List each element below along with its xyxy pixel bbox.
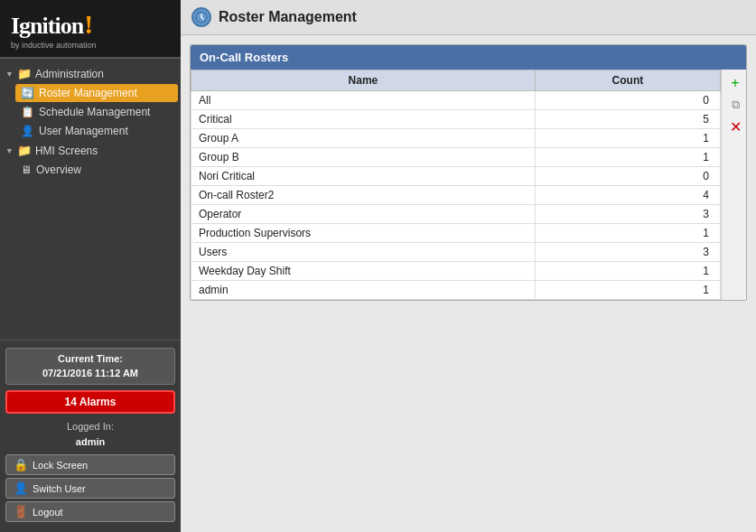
current-time-label: Current Time:: [12, 352, 169, 366]
roster-count-cell: 5: [535, 110, 720, 129]
roster-name-cell: All: [191, 91, 536, 110]
roster-name-cell: admin: [191, 281, 536, 300]
roster-name-cell: On-call Roster2: [191, 186, 536, 205]
logout-label: Logout: [33, 507, 63, 518]
sidebar-section-administration-label: Administration: [35, 68, 104, 80]
sidebar-item-overview[interactable]: 🖥 Overview: [15, 161, 178, 179]
table-row[interactable]: Weekday Day Shift1: [191, 262, 721, 281]
page-header: Roster Management: [181, 0, 756, 35]
roster-count-cell: 4: [535, 186, 720, 205]
bottom-panel: Current Time: 07/21/2016 11:12 AM 14 Ala…: [0, 340, 181, 532]
logo-subtitle: by inductive automation: [11, 41, 170, 50]
table-row[interactable]: Operator3: [191, 205, 721, 224]
switch-user-button[interactable]: 👤 Switch User: [5, 478, 175, 499]
page-title: Roster Management: [219, 9, 357, 25]
table-row[interactable]: On-call Roster24: [191, 186, 721, 205]
roster-count-cell: 1: [535, 224, 720, 243]
roster-name-cell: Nori Critical: [191, 167, 536, 186]
nav-tree: ▼ 📁 Administration 🔄 Roster Management 📋…: [0, 59, 181, 340]
sidebar: Ignition ! by inductive automation ▼ 📁 A…: [0, 0, 181, 532]
roster-count-cell: 1: [535, 281, 720, 300]
sidebar-item-overview-label: Overview: [36, 163, 81, 176]
roster-count-cell: 3: [535, 205, 720, 224]
logged-in-label: Logged In:: [67, 421, 114, 432]
table-header-name: Name: [191, 70, 536, 91]
delete-roster-button[interactable]: ✕: [725, 117, 745, 136]
roster-name-cell: Operator: [191, 205, 536, 224]
roster-icon: 🔄: [21, 87, 34, 99]
table-header-row: Name Count: [191, 70, 721, 91]
table-row[interactable]: Group B1: [191, 148, 721, 167]
current-time-value: 07/21/2016 11:12 AM: [12, 367, 169, 380]
alarms-button[interactable]: 14 Alarms: [5, 390, 175, 414]
roster-count-cell: 3: [535, 243, 720, 262]
table-row[interactable]: Critical5: [191, 110, 721, 129]
panel-header: On-Call Rosters: [191, 45, 746, 70]
sidebar-section-administration[interactable]: ▼ 📁 Administration: [0, 64, 181, 83]
overview-icon: 🖥: [21, 163, 32, 176]
sidebar-item-user-management[interactable]: 👤 User Management: [15, 122, 178, 140]
folder-icon: 📁: [17, 67, 32, 80]
page-header-icon: [191, 7, 211, 27]
table-row[interactable]: All0: [191, 91, 721, 110]
logged-in-user: admin: [76, 436, 105, 447]
switch-user-label: Switch User: [33, 483, 86, 494]
content-area: On-Call Rosters Name Count All0Critical5…: [181, 35, 756, 532]
sidebar-item-user-management-label: User Management: [39, 125, 128, 137]
sidebar-item-roster-management-label: Roster Management: [39, 87, 137, 99]
table-row[interactable]: Group A1: [191, 129, 721, 148]
folder-icon-hmi: 📁: [17, 144, 32, 157]
roster-management-icon: [195, 11, 208, 23]
logo-area: Ignition ! by inductive automation: [0, 0, 181, 59]
main-content: Roster Management On-Call Rosters Name C…: [181, 0, 756, 532]
roster-name-cell: Weekday Day Shift: [191, 262, 536, 281]
table-row[interactable]: Nori Critical0: [191, 167, 721, 186]
logged-in-info: Logged In: admin: [5, 419, 175, 449]
roster-name-cell: Group B: [191, 148, 536, 167]
on-call-rosters-panel: On-Call Rosters Name Count All0Critical5…: [190, 44, 747, 301]
roster-count-cell: 0: [535, 167, 720, 186]
sidebar-section-hmi-label: HMI Screens: [35, 145, 98, 157]
arrow-icon-hmi: ▼: [5, 146, 14, 155]
table-row[interactable]: Users3: [191, 243, 721, 262]
logo-exclaim: !: [84, 9, 93, 40]
administration-children: 🔄 Roster Management 📋 Schedule Managemen…: [0, 84, 181, 140]
sidebar-item-schedule-management-label: Schedule Management: [39, 106, 150, 118]
roster-count-cell: 1: [535, 262, 720, 281]
panel-body: Name Count All0Critical5Group A1Group B1…: [191, 70, 746, 300]
roster-name-cell: Group A: [191, 129, 536, 148]
roster-table-wrapper: Name Count All0Critical5Group A1Group B1…: [191, 70, 721, 300]
lock-screen-label: Lock Screen: [33, 460, 88, 471]
user-icon: 👤: [21, 125, 34, 137]
hmi-children: 🖥 Overview: [0, 161, 181, 179]
sidebar-item-roster-management[interactable]: 🔄 Roster Management: [15, 84, 178, 102]
table-row[interactable]: admin1: [191, 281, 721, 300]
table-row[interactable]: Production Supervisors1: [191, 224, 721, 243]
sidebar-item-schedule-management[interactable]: 📋 Schedule Management: [15, 103, 178, 121]
logo-text: Ignition: [11, 13, 83, 40]
sidebar-section-hmi-screens[interactable]: ▼ 📁 HMI Screens: [0, 141, 181, 160]
roster-name-cell: Users: [191, 243, 536, 262]
copy-roster-button[interactable]: ⧉: [725, 95, 745, 115]
current-time-box: Current Time: 07/21/2016 11:12 AM: [5, 348, 175, 385]
logout-button[interactable]: 🚪 Logout: [5, 501, 175, 522]
roster-name-cell: Production Supervisors: [191, 224, 536, 243]
lock-icon: 🔒: [14, 458, 28, 471]
roster-tbody: All0Critical5Group A1Group B1Nori Critic…: [191, 91, 721, 300]
side-actions: + ⧉ ✕: [721, 70, 746, 300]
add-roster-button[interactable]: +: [725, 73, 745, 93]
switch-user-icon: 👤: [14, 481, 28, 495]
roster-count-cell: 0: [535, 91, 720, 110]
lock-screen-button[interactable]: 🔒 Lock Screen: [5, 454, 175, 475]
arrow-icon: ▼: [5, 70, 14, 79]
roster-count-cell: 1: [535, 129, 720, 148]
roster-name-cell: Critical: [191, 110, 536, 129]
roster-table: Name Count All0Critical5Group A1Group B1…: [191, 70, 721, 300]
table-header-count: Count: [535, 70, 720, 91]
roster-count-cell: 1: [535, 148, 720, 167]
schedule-icon: 📋: [21, 106, 34, 118]
logout-icon: 🚪: [14, 505, 28, 518]
